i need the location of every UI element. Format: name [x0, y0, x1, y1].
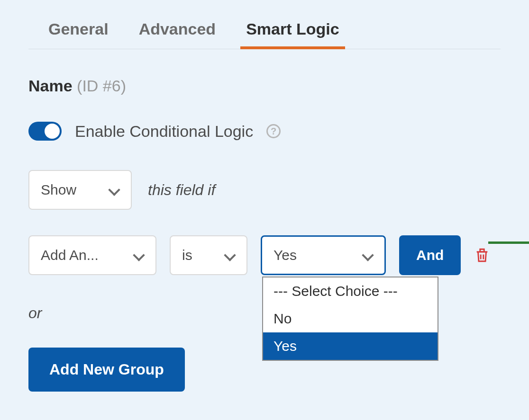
tab-advanced[interactable]: Advanced: [135, 14, 220, 49]
rule-row: Add An... is Yes --- Select Choice --- N…: [28, 235, 501, 275]
field-name-label: Name: [28, 77, 73, 95]
rule-value-select[interactable]: Yes --- Select Choice --- No Yes: [261, 235, 386, 275]
action-select[interactable]: Show: [28, 170, 132, 210]
tab-general[interactable]: General: [45, 14, 112, 49]
tab-smart-logic[interactable]: Smart Logic: [242, 14, 343, 49]
rule-field-select[interactable]: Add An...: [28, 235, 156, 275]
trash-icon[interactable]: [474, 246, 490, 264]
chevron-down-icon: [109, 185, 119, 195]
rule-operator-value: is: [182, 247, 192, 263]
enable-conditional-toggle[interactable]: [28, 122, 62, 141]
chevron-down-icon: [225, 250, 235, 260]
dropdown-option-no[interactable]: No: [263, 305, 438, 332]
enable-conditional-row: Enable Conditional Logic ?: [28, 122, 501, 141]
rule-value-dropdown: --- Select Choice --- No Yes: [262, 277, 438, 361]
rule-value-value: Yes: [274, 247, 297, 263]
chevron-down-icon: [363, 250, 373, 260]
add-new-group-button[interactable]: Add New Group: [28, 348, 185, 392]
rule-field-value: Add An...: [41, 247, 99, 263]
smart-logic-panel: General Advanced Smart Logic Name (ID #6…: [0, 0, 529, 411]
settings-tabs: General Advanced Smart Logic: [28, 0, 501, 49]
action-hint: this field if: [148, 181, 215, 199]
action-row: Show this field if: [28, 170, 501, 210]
enable-conditional-label: Enable Conditional Logic: [75, 122, 253, 141]
toggle-knob: [45, 124, 60, 139]
chevron-down-icon: [134, 250, 144, 260]
dropdown-placeholder[interactable]: --- Select Choice ---: [263, 277, 438, 305]
dropdown-option-yes[interactable]: Yes: [263, 332, 438, 360]
and-button[interactable]: And: [399, 235, 461, 275]
rule-operator-select[interactable]: is: [170, 235, 247, 275]
action-select-value: Show: [41, 182, 76, 198]
field-title: Name (ID #6): [28, 77, 501, 95]
help-icon[interactable]: ?: [266, 124, 281, 138]
field-id-label: (ID #6): [77, 77, 126, 95]
